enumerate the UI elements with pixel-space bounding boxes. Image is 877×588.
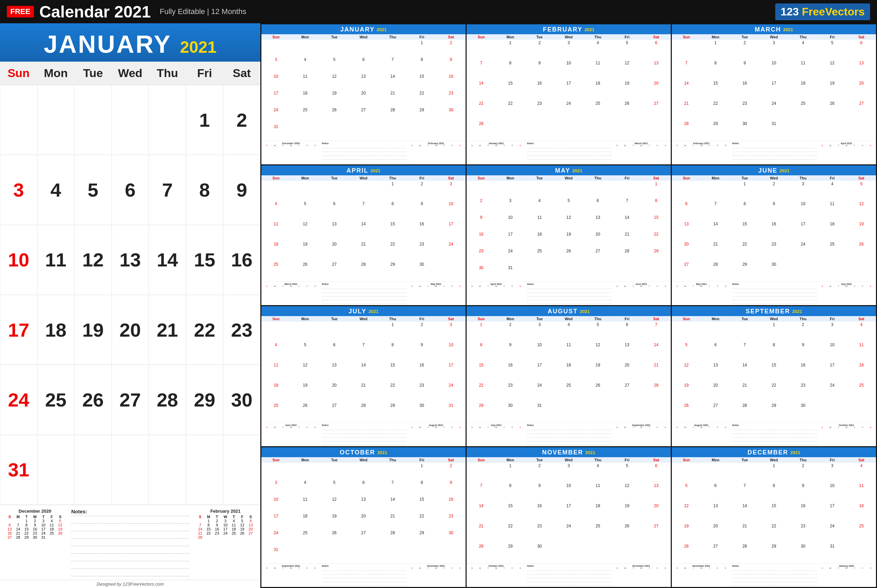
month-cell: 11 <box>554 342 583 362</box>
month-days-header: SunMonTueWedThuFriSat <box>672 34 876 40</box>
mini-cal-cell: 2 <box>213 519 221 523</box>
month-cell <box>349 463 378 480</box>
month-cell: 19 <box>613 80 642 100</box>
month-cell <box>437 547 466 563</box>
month-cell: 5 <box>554 198 583 214</box>
mini-cal-cell: 20 <box>6 531 14 535</box>
month-cell <box>261 40 290 57</box>
month-cell: 31 <box>525 402 554 423</box>
month-cell: 3 <box>437 181 466 201</box>
month-cell: 7 <box>672 60 701 80</box>
month-cell: 13 <box>672 221 701 241</box>
mini-cal-cell: 12 <box>238 523 247 527</box>
month-cell <box>349 322 378 342</box>
month-cell <box>525 120 554 141</box>
jan-cell: 25 <box>38 365 75 435</box>
month-cell <box>672 322 701 342</box>
month-cell: 16 <box>525 503 554 523</box>
month-cell: 4 <box>554 322 583 342</box>
month-cell: 22 <box>496 100 525 120</box>
month-grid: 1234567891011121314151617181920212223242… <box>467 463 671 564</box>
month-cell: 4 <box>261 201 290 221</box>
day-header-cell: Wed <box>554 316 583 322</box>
month-days-header: SunMonTueWedThuFriSat <box>261 176 466 181</box>
day-header-cell: Fri <box>818 316 847 322</box>
month-cell: 10 <box>759 60 788 80</box>
jan-cell: 31 <box>0 435 38 505</box>
month-cell <box>583 543 613 563</box>
month-cell <box>437 124 466 140</box>
dec2020-mini: December 2020 SMTWTFS1234567891011121314… <box>6 508 65 576</box>
month-cell: 27 <box>642 100 671 120</box>
month-cell: 6 <box>642 40 671 60</box>
month-cell: 13 <box>349 73 378 90</box>
month-bottom: July 2021SMTWTFSNotesSeptember 2021SMTWT… <box>467 423 671 446</box>
month-cell: 2 <box>437 40 466 57</box>
month-cell: 2 <box>788 463 818 483</box>
day-header-cell: Wed <box>554 176 583 181</box>
day-header-cell: Fri <box>818 457 847 463</box>
month-card-header: JANUARY2021 <box>261 24 466 34</box>
main-container: JANUARY 2021 Sun Mon Tue Wed Thu Fri Sat… <box>0 23 877 588</box>
month-card-july: JULY2021SunMonTueWedThuFriSat12345678910… <box>261 306 466 446</box>
month-cell <box>320 124 349 140</box>
month-cell: 18 <box>818 221 847 241</box>
month-cell: 1 <box>642 181 671 198</box>
month-notes: Notes <box>321 424 407 445</box>
month-cell <box>467 181 496 198</box>
month-cell: 10 <box>818 342 847 362</box>
notes-line <box>71 561 189 569</box>
day-header-cell: Wed <box>759 316 788 322</box>
month-grid: 1234567891011121314151617181920212223242… <box>672 463 876 564</box>
next-mini-grid: SMTWTFS <box>613 285 670 287</box>
month-cell: 9 <box>525 60 554 80</box>
month-cell: 23 <box>407 241 437 261</box>
jan-cell: 14 <box>149 225 186 295</box>
month-cell <box>730 322 759 342</box>
day-header-cell: Fri <box>613 34 642 40</box>
month-cell: 3 <box>261 480 290 496</box>
month-cell <box>290 322 320 342</box>
month-cell: 15 <box>642 214 671 231</box>
month-days-header: SunMonTueWedThuFriSat <box>261 316 466 322</box>
mini-cal-header: W <box>221 515 230 519</box>
month-cell: 5 <box>583 322 613 342</box>
month-cell: 28 <box>642 382 671 402</box>
notes-line <box>71 531 189 538</box>
month-card-name: JUNE <box>758 167 778 174</box>
month-cell: 18 <box>261 382 290 402</box>
jan-cell: 0 <box>74 435 112 505</box>
mini-cal-cell: 31 <box>39 535 48 539</box>
month-cell: 10 <box>496 214 525 231</box>
month-cell: 18 <box>583 80 613 100</box>
mini-cal-cell: 29 <box>22 535 31 539</box>
jan-cell: 0 <box>0 85 38 155</box>
month-cell: 3 <box>554 40 583 60</box>
month-card-header: SEPTEMBER2021 <box>672 306 876 316</box>
month-cell: 6 <box>701 483 730 503</box>
month-cell: 30 <box>496 402 525 423</box>
month-cell: 28 <box>701 261 730 282</box>
month-card-year: 2021 <box>580 309 590 314</box>
month-cell: 21 <box>349 241 378 261</box>
month-cell: 25 <box>525 248 554 265</box>
month-cell: 10 <box>261 73 290 90</box>
month-next-mini: June 2021SMTWTFS <box>613 283 670 304</box>
month-cell: 27 <box>320 261 349 282</box>
month-cell: 16 <box>759 221 788 241</box>
month-cell: 6 <box>320 342 349 362</box>
month-cell <box>290 40 320 57</box>
month-cell <box>672 463 701 483</box>
mini-cal-cell: 7 <box>14 523 23 527</box>
month-cell: 16 <box>407 362 437 382</box>
mini-cal-cell: 16 <box>213 527 221 531</box>
mini-cal-cell: 5 <box>56 519 65 523</box>
month-cell <box>525 265 554 282</box>
month-cell <box>847 120 876 141</box>
month-cell: 28 <box>349 402 378 423</box>
month-cell: 30 <box>407 402 437 423</box>
month-cell: 24 <box>525 382 554 402</box>
month-cell: 30 <box>407 261 437 282</box>
month-cell: 24 <box>437 382 466 402</box>
month-cell: 30 <box>759 261 788 282</box>
